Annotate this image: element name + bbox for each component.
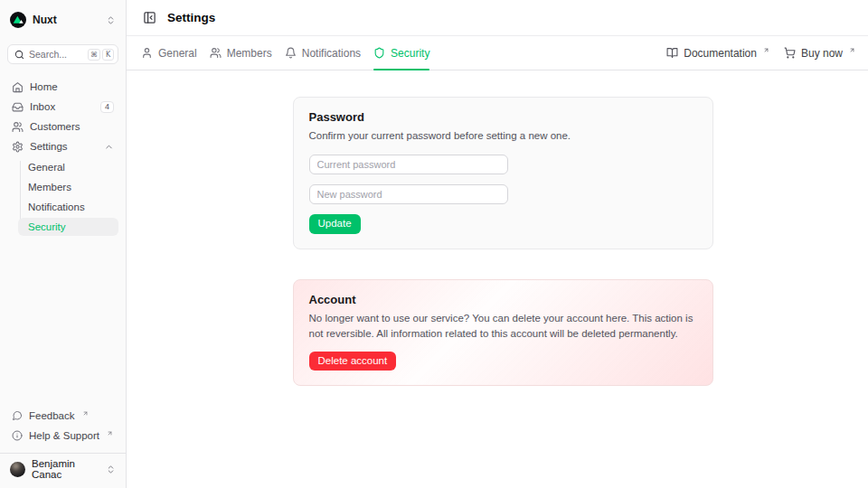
cart-icon (784, 47, 796, 59)
buy-now-link[interactable]: Buy now (784, 47, 855, 60)
sidebar-item-inbox[interactable]: Inbox 4 (7, 97, 118, 117)
sidebar-item-label: General (28, 162, 65, 173)
footer-link-label: Feedback (29, 410, 75, 421)
user-icon (141, 47, 153, 59)
account-card-description: No longer want to use our service? You c… (309, 311, 697, 342)
search-shortcut: ⌘ K (88, 49, 114, 61)
sidebar-item-customers[interactable]: Customers (7, 117, 118, 136)
sidebar-item-label: Notifications (28, 202, 85, 212)
sidebar-toggle-icon (143, 11, 156, 24)
home-icon (12, 81, 24, 93)
sidebar: Nuxt Search... ⌘ K Home Inbox 4 (0, 0, 127, 488)
sidebar-nav: Home Inbox 4 Customers Settings (7, 77, 118, 238)
settings-subnav: General Members Notifications Security (18, 158, 118, 238)
footer-link-label: Help & Support (29, 430, 99, 441)
sidebar-toggle-button[interactable] (141, 9, 158, 26)
documentation-link[interactable]: Documentation (666, 47, 769, 60)
sidebar-item-notifications[interactable]: Notifications (18, 198, 118, 216)
external-link-icon (849, 47, 855, 53)
tab-label: Security (391, 47, 429, 60)
sidebar-item-members[interactable]: Members (18, 178, 118, 196)
avatar (10, 462, 25, 477)
book-open-icon (666, 47, 678, 59)
sidebar-item-label: Settings (30, 141, 98, 152)
user-menu[interactable]: Benjamin Canac (7, 455, 118, 483)
kbd-k: K (102, 49, 114, 61)
tab-label: Notifications (302, 47, 361, 60)
settings-security-panel: Password Confirm your current password b… (127, 70, 868, 488)
user-name: Benjamin Canac (32, 458, 99, 480)
bell-icon (285, 47, 297, 59)
nuxt-logo-icon (10, 12, 26, 28)
sidebar-item-security[interactable]: Security (18, 218, 118, 236)
workspace-selector[interactable]: Nuxt (7, 9, 118, 31)
info-icon (12, 430, 23, 441)
inbox-icon (12, 101, 24, 113)
shield-icon (373, 47, 385, 59)
tab-members[interactable]: Members (210, 36, 272, 70)
sidebar-item-settings[interactable]: Settings (7, 136, 118, 156)
sidebar-item-label: Security (28, 221, 66, 232)
sidebar-item-label: Members (28, 182, 71, 192)
password-card-title: Password (309, 110, 697, 124)
sidebar-item-home[interactable]: Home (7, 77, 118, 97)
sidebar-item-general[interactable]: General (18, 158, 118, 176)
external-link-icon (107, 430, 113, 436)
gear-icon (12, 141, 24, 153)
password-card-description: Confirm your current password before set… (309, 128, 697, 144)
chevrons-up-down-icon (106, 15, 116, 25)
workspace-name: Nuxt (33, 14, 99, 26)
tab-label: Members (227, 47, 272, 60)
external-link-icon (82, 410, 89, 417)
chat-bubble-icon (12, 410, 23, 421)
sidebar-item-label: Inbox (30, 101, 94, 112)
new-password-input[interactable] (309, 184, 508, 204)
account-card: Account No longer want to use our servic… (293, 279, 713, 387)
search-icon (14, 50, 24, 60)
external-link-icon (763, 47, 769, 53)
update-password-button[interactable]: Update (309, 214, 361, 234)
password-card: Password Confirm your current password b… (293, 97, 713, 249)
sidebar-item-label: Home (30, 81, 114, 92)
main-area: Settings General Members Notifications (127, 0, 868, 488)
tabs: General Members Notifications Security (141, 36, 429, 70)
search-placeholder: Search... (29, 49, 83, 60)
toolbar-link-label: Documentation (684, 47, 757, 60)
sidebar-item-label: Customers (30, 121, 114, 132)
users-icon (210, 47, 222, 59)
tab-general[interactable]: General (141, 36, 197, 70)
current-password-input[interactable] (309, 155, 508, 174)
sidebar-spacer (7, 238, 118, 406)
toolbar-links: Documentation Buy now (666, 47, 855, 60)
delete-account-button[interactable]: Delete account (309, 352, 397, 371)
users-icon (12, 121, 24, 133)
page-header: Settings (127, 0, 868, 36)
chevrons-up-down-icon (106, 465, 116, 474)
tab-label: General (158, 47, 197, 60)
sidebar-divider (0, 453, 126, 454)
page-title: Settings (167, 11, 215, 24)
tab-notifications[interactable]: Notifications (285, 36, 361, 70)
search-input[interactable]: Search... ⌘ K (7, 44, 118, 64)
tab-security[interactable]: Security (373, 36, 429, 70)
account-card-title: Account (309, 293, 697, 306)
kbd-command: ⌘ (88, 49, 100, 61)
chevron-up-icon (104, 142, 114, 152)
toolbar-link-label: Buy now (801, 47, 843, 60)
feedback-link[interactable]: Feedback (7, 406, 118, 426)
help-support-link[interactable]: Help & Support (7, 426, 118, 446)
tab-bar: General Members Notifications Security (127, 36, 868, 70)
inbox-count-badge: 4 (100, 101, 114, 113)
